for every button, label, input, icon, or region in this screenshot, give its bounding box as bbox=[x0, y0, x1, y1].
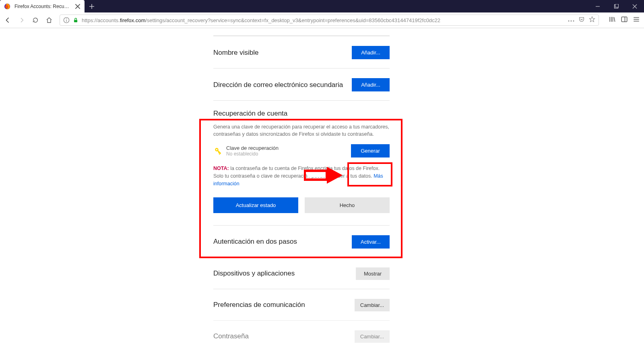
tab-title: Firefox Accounts: Recuperación bbox=[14, 4, 71, 9]
key-icon bbox=[213, 146, 223, 156]
svg-rect-12 bbox=[217, 150, 221, 154]
add-secondary-email-button[interactable]: Añadir... bbox=[352, 78, 390, 91]
svg-point-8 bbox=[573, 21, 574, 22]
svg-rect-2 bbox=[615, 4, 619, 7]
url-path: /settings/account_recovery?service=sync&… bbox=[145, 17, 440, 23]
recovery-description: Genera una clave de recuperación para re… bbox=[213, 123, 390, 138]
refresh-status-button[interactable]: Actualizar estado bbox=[213, 197, 298, 213]
row-devices: Dispositivos y aplicaciones Mostrar bbox=[213, 257, 390, 289]
comm-prefs-label: Preferencias de comunicación bbox=[213, 301, 305, 309]
recovery-key-status: No establecido bbox=[226, 151, 351, 157]
lock-icon bbox=[73, 17, 78, 23]
note-label: NOTA: bbox=[213, 166, 229, 171]
recovery-note: NOTA: la contraseña de tu cuenta de Fire… bbox=[213, 159, 390, 187]
browser-tab[interactable]: Firefox Accounts: Recuperación bbox=[0, 0, 85, 12]
svg-rect-5 bbox=[74, 20, 77, 22]
row-password: Contraseña Cambiar... bbox=[213, 320, 390, 346]
two-step-label: Autenticación en dos pasos bbox=[213, 238, 297, 246]
site-info-icon[interactable] bbox=[63, 17, 70, 23]
password-label: Contraseña bbox=[213, 332, 249, 340]
forward-button[interactable] bbox=[16, 15, 27, 26]
hamburger-menu-icon[interactable] bbox=[633, 16, 640, 25]
bookmark-star-icon[interactable] bbox=[589, 16, 595, 24]
close-window-button[interactable] bbox=[625, 0, 644, 12]
settings-panel: Nombre visible Añadir... Dirección de co… bbox=[213, 28, 390, 346]
change-comm-prefs-button[interactable]: Cambiar... bbox=[355, 299, 390, 311]
reload-button[interactable] bbox=[30, 15, 41, 26]
minimize-button[interactable] bbox=[588, 0, 607, 12]
section-account-recovery: Recuperación de cuenta Genera una clave … bbox=[213, 100, 390, 225]
window-controls bbox=[588, 0, 644, 12]
done-button[interactable]: Hecho bbox=[305, 197, 390, 213]
note-text: la contraseña de tu cuenta de Firefox en… bbox=[213, 166, 380, 179]
row-display-name: Nombre visible Añadir... bbox=[213, 36, 390, 68]
new-tab-button[interactable] bbox=[85, 0, 99, 12]
svg-point-6 bbox=[568, 21, 570, 22]
recovery-key-title: Clave de recuperación bbox=[226, 145, 351, 151]
recovery-button-row: Actualizar estado Hecho bbox=[213, 188, 390, 225]
maximize-button[interactable] bbox=[607, 0, 625, 12]
svg-point-7 bbox=[571, 21, 572, 22]
url-bar[interactable]: https://accounts.firefox.com/settings/ac… bbox=[60, 15, 599, 26]
recovery-heading: Recuperación de cuenta bbox=[213, 110, 390, 118]
sidebar-icon[interactable] bbox=[621, 16, 628, 25]
secondary-email-label: Dirección de correo electrónico secundar… bbox=[213, 81, 343, 89]
titlebar: Firefox Accounts: Recuperación bbox=[0, 0, 644, 12]
show-devices-button[interactable]: Mostrar bbox=[356, 267, 390, 280]
change-password-button[interactable]: Cambiar... bbox=[355, 330, 390, 343]
row-secondary-email: Dirección de correo electrónico secundar… bbox=[213, 68, 390, 100]
home-button[interactable] bbox=[43, 15, 55, 26]
add-display-name-button[interactable]: Añadir... bbox=[352, 46, 390, 59]
page-actions-icon[interactable] bbox=[568, 17, 574, 24]
back-button[interactable] bbox=[2, 15, 14, 26]
display-name-label: Nombre visible bbox=[213, 49, 258, 57]
row-comm-prefs: Preferencias de comunicación Cambiar... bbox=[213, 289, 390, 320]
page-content: Nombre visible Añadir... Dirección de co… bbox=[0, 28, 644, 346]
pocket-icon[interactable] bbox=[578, 16, 585, 24]
generate-recovery-key-button[interactable]: Generar bbox=[351, 144, 390, 157]
firefox-favicon bbox=[4, 3, 10, 10]
tab-close-icon[interactable] bbox=[75, 4, 80, 9]
url-text: https://accounts.firefox.com/settings/ac… bbox=[82, 17, 565, 23]
enable-two-step-button[interactable]: Activar... bbox=[352, 235, 390, 249]
svg-point-4 bbox=[66, 19, 67, 19]
library-icon[interactable] bbox=[609, 16, 616, 25]
recovery-key-row: Clave de recuperación No establecido Gen… bbox=[213, 138, 390, 159]
url-domain: firefox.com bbox=[120, 17, 146, 23]
row-two-step: Autenticación en dos pasos Activar... bbox=[213, 225, 390, 257]
svg-rect-9 bbox=[621, 17, 627, 22]
devices-label: Dispositivos y aplicaciones bbox=[213, 269, 295, 278]
url-prefix: https://accounts. bbox=[82, 17, 120, 23]
nav-toolbar: https://accounts.firefox.com/settings/ac… bbox=[0, 12, 644, 28]
